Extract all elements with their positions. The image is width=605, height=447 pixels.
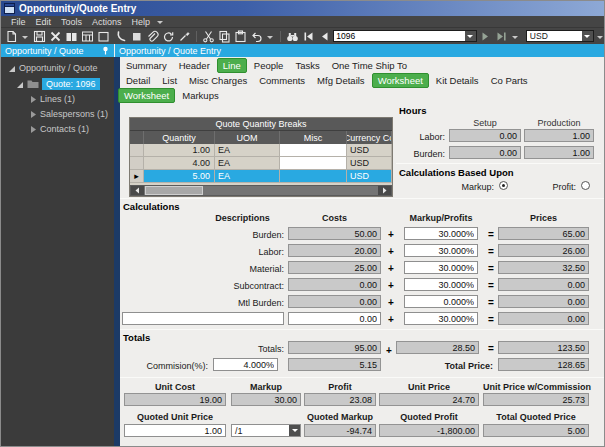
nav-overflow-icon[interactable] (512, 36, 518, 42)
collapsed-triangle-icon[interactable] (29, 110, 37, 119)
labor-markup-input[interactable] (404, 244, 478, 257)
per-quantity-combo[interactable]: /1 (231, 424, 301, 437)
subcontract-markup-input[interactable] (404, 278, 478, 291)
expanded-triangle-icon[interactable] (15, 80, 24, 89)
tab-detail[interactable]: Detail (121, 74, 155, 87)
section-separator (120, 198, 605, 199)
tab-co-parts[interactable]: Co Parts (486, 74, 533, 87)
currency-dropdown-icon[interactable] (582, 31, 593, 41)
grid-col-misc[interactable]: Misc (280, 131, 347, 144)
tree-node-lines[interactable]: Lines (1) (29, 94, 75, 104)
square-icon[interactable] (129, 29, 144, 43)
previous-record-button[interactable] (317, 29, 332, 43)
menu-help[interactable]: Help (127, 17, 156, 27)
commission-pct-input[interactable] (213, 358, 278, 371)
markup-value: 30.00 (231, 393, 301, 406)
currency-overflow-icon[interactable] (597, 36, 603, 42)
undo-button[interactable] (249, 29, 264, 43)
menu-actions[interactable]: Actions (87, 17, 127, 27)
grid-row-1[interactable]: 1.00 EA USD (130, 144, 392, 157)
attachment-icon[interactable] (145, 29, 160, 43)
profit-radio-button[interactable] (581, 181, 590, 190)
phone-icon[interactable] (112, 29, 127, 43)
scroll-left-icon[interactable] (131, 186, 144, 195)
custom-markup-input[interactable] (404, 312, 478, 325)
book-icon[interactable] (64, 29, 79, 43)
tab-tasks[interactable]: Tasks (290, 59, 324, 72)
pin-icon[interactable] (101, 46, 110, 55)
burden-cost: 50.00 (288, 227, 381, 240)
grid-row-2[interactable]: 4.00 EA USD (130, 157, 392, 170)
burden-markup-input[interactable] (404, 227, 478, 240)
next-record-button[interactable] (478, 29, 493, 43)
record-id-input[interactable] (334, 31, 464, 41)
tab-kit-details[interactable]: Kit Details (431, 74, 484, 87)
content-panel-header: Opportunity / Quote Entry (115, 44, 605, 57)
per-quantity-dropdown-icon[interactable] (289, 425, 300, 436)
scrollbar-thumb[interactable] (145, 186, 203, 195)
material-markup-input[interactable] (404, 261, 478, 274)
tab-mfg-details[interactable]: Mfg Details (312, 74, 370, 87)
tab-comments[interactable]: Comments (254, 74, 310, 87)
grid-col-uom[interactable]: UOM (215, 131, 280, 144)
tab-people[interactable]: People (249, 59, 289, 72)
clipboard-overflow-icon[interactable] (267, 36, 273, 42)
refresh-icon[interactable] (161, 29, 176, 43)
menu-overflow-icon[interactable] (157, 21, 163, 27)
tree-node-contacts[interactable]: Contacts (1) (29, 124, 89, 134)
expanded-triangle-icon[interactable] (7, 64, 16, 73)
tree-node-root[interactable]: Opportunity / Quote (7, 63, 98, 73)
tab-worksheet[interactable]: Worksheet (372, 73, 429, 88)
cut-button[interactable] (201, 29, 216, 43)
markup-radio-button[interactable] (499, 181, 508, 190)
delete-button[interactable] (48, 29, 63, 43)
grid-row-3-selected[interactable]: ▸ 5.00 EA USD (130, 170, 392, 183)
menu-file[interactable]: File (6, 17, 31, 27)
grid-icon[interactable] (80, 29, 95, 43)
collapsed-triangle-icon[interactable] (29, 125, 37, 134)
custom-cost-input[interactable] (288, 312, 381, 325)
first-record-button[interactable] (301, 29, 316, 43)
tab-worksheet-sub[interactable]: Worksheet (118, 88, 175, 103)
tab-list[interactable]: List (157, 74, 182, 87)
collapsed-triangle-icon[interactable] (29, 95, 37, 104)
title-bar[interactable]: Opportunity/Quote Entry (1, 1, 605, 16)
section-separator (120, 377, 605, 378)
scroll-right-icon[interactable] (378, 186, 391, 195)
tab-markups[interactable]: Markups (177, 89, 223, 102)
prices-header: Prices (498, 213, 589, 223)
tab-line[interactable]: Line (217, 58, 247, 73)
cell-misc[interactable] (280, 157, 347, 170)
commission-label: Commision(%): (121, 361, 208, 371)
menu-tools[interactable]: Tools (56, 17, 87, 27)
unit-price-w-commission-header: Unit Price w/Commission (483, 382, 589, 392)
new-dropdown-icon[interactable] (22, 36, 28, 42)
cell-misc[interactable] (280, 144, 347, 157)
mtl-burden-markup-input[interactable] (404, 295, 478, 308)
brush-icon[interactable] (177, 29, 192, 43)
copy-button[interactable] (217, 29, 232, 43)
record-id-dropdown-icon[interactable] (465, 31, 476, 41)
search-button[interactable] (285, 29, 300, 43)
menu-edit[interactable]: Edit (31, 17, 57, 27)
plus-sign: + (388, 314, 394, 325)
save-button[interactable] (32, 29, 47, 43)
new-button[interactable] (4, 29, 19, 43)
paste-button[interactable] (233, 29, 248, 43)
tab-summary[interactable]: Summary (121, 59, 172, 72)
cell-misc[interactable] (280, 170, 347, 183)
last-record-button[interactable] (494, 29, 509, 43)
grid-col-quantity[interactable]: Quantity (144, 131, 215, 144)
quoted-unit-price-input[interactable] (124, 424, 226, 437)
tree-node-quote[interactable]: Quote: 1096 (15, 78, 100, 90)
custom-description-input[interactable] (122, 312, 284, 325)
grid-col-currency[interactable]: Currency Co (347, 131, 392, 144)
grid-horizontal-scrollbar[interactable] (130, 185, 392, 196)
currency-combo[interactable]: USD (526, 30, 594, 42)
note-icon[interactable] (96, 29, 111, 43)
plus-sign: + (388, 280, 394, 291)
tree-node-salespersons[interactable]: Salespersons (1) (29, 109, 108, 119)
tab-misc-charges[interactable]: Misc Charges (184, 74, 252, 87)
tab-header[interactable]: Header (174, 59, 215, 72)
tab-one-time-ship-to[interactable]: One Time Ship To (327, 59, 412, 72)
